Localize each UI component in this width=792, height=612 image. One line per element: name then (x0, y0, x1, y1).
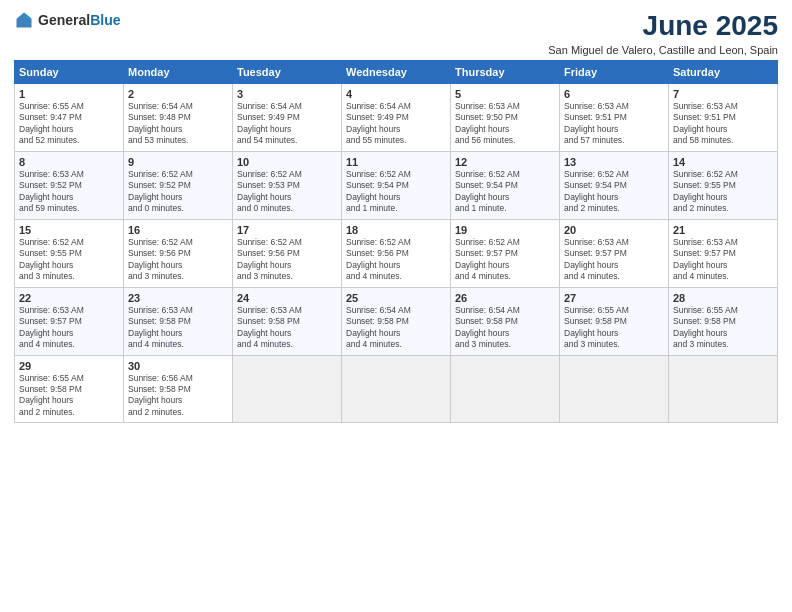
calendar-cell: 29Sunrise: 6:55 AMSunset: 9:58 PMDayligh… (15, 355, 124, 423)
calendar-cell: 24Sunrise: 6:53 AMSunset: 9:58 PMDayligh… (233, 287, 342, 355)
calendar-cell: 30Sunrise: 6:56 AMSunset: 9:58 PMDayligh… (124, 355, 233, 423)
calendar-cell: 12Sunrise: 6:52 AMSunset: 9:54 PMDayligh… (451, 151, 560, 219)
day-detail: Sunrise: 6:54 AMSunset: 9:48 PMDaylight … (128, 101, 228, 147)
day-detail: Sunrise: 6:52 AMSunset: 9:57 PMDaylight … (455, 237, 555, 283)
day-detail: Sunrise: 6:53 AMSunset: 9:52 PMDaylight … (19, 169, 119, 215)
day-detail: Sunrise: 6:52 AMSunset: 9:54 PMDaylight … (346, 169, 446, 215)
day-number: 10 (237, 156, 337, 168)
calendar-cell: 27Sunrise: 6:55 AMSunset: 9:58 PMDayligh… (560, 287, 669, 355)
day-detail: Sunrise: 6:54 AMSunset: 9:49 PMDaylight … (346, 101, 446, 147)
day-detail: Sunrise: 6:52 AMSunset: 9:55 PMDaylight … (19, 237, 119, 283)
day-detail: Sunrise: 6:54 AMSunset: 9:49 PMDaylight … (237, 101, 337, 147)
day-number: 15 (19, 224, 119, 236)
calendar-cell: 4Sunrise: 6:54 AMSunset: 9:49 PMDaylight… (342, 84, 451, 152)
day-detail: Sunrise: 6:52 AMSunset: 9:52 PMDaylight … (128, 169, 228, 215)
day-number: 20 (564, 224, 664, 236)
day-detail: Sunrise: 6:53 AMSunset: 9:50 PMDaylight … (455, 101, 555, 147)
calendar-table: SundayMondayTuesdayWednesdayThursdayFrid… (14, 60, 778, 423)
col-header-wednesday: Wednesday (342, 61, 451, 84)
day-detail: Sunrise: 6:52 AMSunset: 9:55 PMDaylight … (673, 169, 773, 215)
day-detail: Sunrise: 6:56 AMSunset: 9:58 PMDaylight … (128, 373, 228, 419)
calendar-cell: 1Sunrise: 6:55 AMSunset: 9:47 PMDaylight… (15, 84, 124, 152)
week-row-4: 22Sunrise: 6:53 AMSunset: 9:57 PMDayligh… (15, 287, 778, 355)
day-number: 4 (346, 88, 446, 100)
day-detail: Sunrise: 6:52 AMSunset: 9:54 PMDaylight … (564, 169, 664, 215)
day-detail: Sunrise: 6:54 AMSunset: 9:58 PMDaylight … (346, 305, 446, 351)
calendar-cell: 19Sunrise: 6:52 AMSunset: 9:57 PMDayligh… (451, 219, 560, 287)
calendar-cell (233, 355, 342, 423)
calendar-cell: 8Sunrise: 6:53 AMSunset: 9:52 PMDaylight… (15, 151, 124, 219)
day-detail: Sunrise: 6:53 AMSunset: 9:58 PMDaylight … (128, 305, 228, 351)
day-number: 29 (19, 360, 119, 372)
calendar-cell (560, 355, 669, 423)
col-header-sunday: Sunday (15, 61, 124, 84)
day-detail: Sunrise: 6:53 AMSunset: 9:57 PMDaylight … (19, 305, 119, 351)
day-number: 5 (455, 88, 555, 100)
calendar-cell: 5Sunrise: 6:53 AMSunset: 9:50 PMDaylight… (451, 84, 560, 152)
day-number: 12 (455, 156, 555, 168)
day-number: 25 (346, 292, 446, 304)
day-detail: Sunrise: 6:55 AMSunset: 9:58 PMDaylight … (19, 373, 119, 419)
calendar-cell: 9Sunrise: 6:52 AMSunset: 9:52 PMDaylight… (124, 151, 233, 219)
col-header-tuesday: Tuesday (233, 61, 342, 84)
calendar-cell: 14Sunrise: 6:52 AMSunset: 9:55 PMDayligh… (669, 151, 778, 219)
day-detail: Sunrise: 6:54 AMSunset: 9:58 PMDaylight … (455, 305, 555, 351)
day-number: 8 (19, 156, 119, 168)
calendar-cell: 3Sunrise: 6:54 AMSunset: 9:49 PMDaylight… (233, 84, 342, 152)
day-number: 18 (346, 224, 446, 236)
calendar-cell: 17Sunrise: 6:52 AMSunset: 9:56 PMDayligh… (233, 219, 342, 287)
day-detail: Sunrise: 6:53 AMSunset: 9:58 PMDaylight … (237, 305, 337, 351)
calendar-cell: 6Sunrise: 6:53 AMSunset: 9:51 PMDaylight… (560, 84, 669, 152)
day-number: 16 (128, 224, 228, 236)
day-number: 11 (346, 156, 446, 168)
day-number: 7 (673, 88, 773, 100)
day-number: 19 (455, 224, 555, 236)
day-number: 22 (19, 292, 119, 304)
day-detail: Sunrise: 6:52 AMSunset: 9:56 PMDaylight … (128, 237, 228, 283)
week-row-2: 8Sunrise: 6:53 AMSunset: 9:52 PMDaylight… (15, 151, 778, 219)
logo-text: GeneralBlue (38, 11, 120, 29)
day-number: 13 (564, 156, 664, 168)
day-number: 1 (19, 88, 119, 100)
calendar-cell (451, 355, 560, 423)
day-number: 28 (673, 292, 773, 304)
day-detail: Sunrise: 6:53 AMSunset: 9:51 PMDaylight … (673, 101, 773, 147)
day-detail: Sunrise: 6:52 AMSunset: 9:54 PMDaylight … (455, 169, 555, 215)
day-detail: Sunrise: 6:52 AMSunset: 9:53 PMDaylight … (237, 169, 337, 215)
calendar-cell: 20Sunrise: 6:53 AMSunset: 9:57 PMDayligh… (560, 219, 669, 287)
header-row-days: SundayMondayTuesdayWednesdayThursdayFrid… (15, 61, 778, 84)
day-number: 9 (128, 156, 228, 168)
calendar-cell: 2Sunrise: 6:54 AMSunset: 9:48 PMDaylight… (124, 84, 233, 152)
day-detail: Sunrise: 6:55 AMSunset: 9:47 PMDaylight … (19, 101, 119, 147)
logo-general: GeneralBlue (38, 11, 120, 29)
calendar-cell: 22Sunrise: 6:53 AMSunset: 9:57 PMDayligh… (15, 287, 124, 355)
week-row-1: 1Sunrise: 6:55 AMSunset: 9:47 PMDaylight… (15, 84, 778, 152)
day-number: 27 (564, 292, 664, 304)
day-detail: Sunrise: 6:55 AMSunset: 9:58 PMDaylight … (564, 305, 664, 351)
calendar-cell: 15Sunrise: 6:52 AMSunset: 9:55 PMDayligh… (15, 219, 124, 287)
calendar-cell: 21Sunrise: 6:53 AMSunset: 9:57 PMDayligh… (669, 219, 778, 287)
page: GeneralBlue June 2025 San Miguel de Vale… (0, 0, 792, 612)
calendar-cell: 25Sunrise: 6:54 AMSunset: 9:58 PMDayligh… (342, 287, 451, 355)
col-header-monday: Monday (124, 61, 233, 84)
calendar-cell: 23Sunrise: 6:53 AMSunset: 9:58 PMDayligh… (124, 287, 233, 355)
calendar-cell (342, 355, 451, 423)
day-detail: Sunrise: 6:55 AMSunset: 9:58 PMDaylight … (673, 305, 773, 351)
day-detail: Sunrise: 6:52 AMSunset: 9:56 PMDaylight … (346, 237, 446, 283)
subtitle: San Miguel de Valero, Castille and Leon,… (548, 44, 778, 56)
calendar-cell (669, 355, 778, 423)
header-row: GeneralBlue June 2025 San Miguel de Vale… (14, 10, 778, 56)
logo: GeneralBlue (14, 10, 120, 30)
calendar-cell: 10Sunrise: 6:52 AMSunset: 9:53 PMDayligh… (233, 151, 342, 219)
col-header-saturday: Saturday (669, 61, 778, 84)
logo-icon (14, 10, 34, 30)
calendar-cell: 11Sunrise: 6:52 AMSunset: 9:54 PMDayligh… (342, 151, 451, 219)
main-title: June 2025 (548, 10, 778, 42)
day-number: 2 (128, 88, 228, 100)
day-number: 17 (237, 224, 337, 236)
day-detail: Sunrise: 6:53 AMSunset: 9:57 PMDaylight … (564, 237, 664, 283)
day-detail: Sunrise: 6:53 AMSunset: 9:51 PMDaylight … (564, 101, 664, 147)
col-header-thursday: Thursday (451, 61, 560, 84)
week-row-5: 29Sunrise: 6:55 AMSunset: 9:58 PMDayligh… (15, 355, 778, 423)
calendar-cell: 18Sunrise: 6:52 AMSunset: 9:56 PMDayligh… (342, 219, 451, 287)
